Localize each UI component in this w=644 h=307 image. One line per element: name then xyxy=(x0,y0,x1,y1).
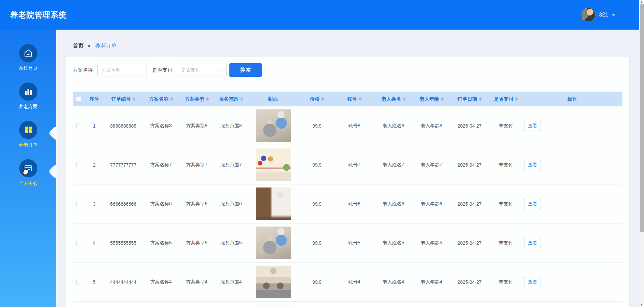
cell-service_scope: 服务范围5 xyxy=(214,240,248,246)
select-all-checkbox[interactable] xyxy=(76,97,81,101)
sort-carets-icon[interactable] xyxy=(170,97,173,101)
table-header-row: 序号订单编号方案名称方案类型服务范围封面价格账号老人姓名老人年龄订单日期是否支付… xyxy=(73,92,622,106)
chevron-down-icon[interactable] xyxy=(612,14,616,16)
sort-carets-icon[interactable] xyxy=(515,97,518,101)
view-button[interactable]: 查看 xyxy=(524,277,541,287)
cell-cover xyxy=(248,227,298,259)
sidebar-item-label: 养老方案 xyxy=(19,104,38,110)
cell-order_date: 2025-04-27 xyxy=(449,201,490,207)
column-header-8[interactable]: 账号 xyxy=(335,96,373,102)
scrollbar-thumb[interactable] xyxy=(640,4,644,232)
row-checkbox[interactable] xyxy=(76,202,81,206)
row-checkbox[interactable] xyxy=(76,163,81,167)
cell-elder_name: 老人姓名7 xyxy=(373,162,414,168)
cell-plan_type: 方案类型8 xyxy=(179,123,214,129)
table-row: 36666666666方案名称6方案类型6服务范围699.9账号6老人姓名6老人… xyxy=(73,184,622,224)
column-header-9[interactable]: 老人姓名 xyxy=(373,96,414,102)
cell-plan_name: 方案名称7 xyxy=(143,162,179,168)
row-checkbox[interactable] xyxy=(76,280,81,284)
cell-index: 1 xyxy=(85,123,104,129)
scrollbar[interactable]: ▲ ▼ xyxy=(639,0,644,307)
sidebar-item-label: 个人中心 xyxy=(19,180,38,186)
cell-pay_status: 未支付 xyxy=(490,123,522,129)
scroll-down-arrow[interactable]: ▼ xyxy=(639,303,644,307)
cell-index: 3 xyxy=(85,201,104,207)
cell-elder_age: 老人年龄5 xyxy=(414,240,449,246)
cell-action: 查看 xyxy=(522,160,622,170)
breadcrumb-home: 首页 xyxy=(73,42,84,49)
cell-order_no: 6666666666 xyxy=(104,201,143,207)
active-item-notch xyxy=(46,126,57,140)
row-checkbox[interactable] xyxy=(76,241,81,245)
sort-carets-icon[interactable] xyxy=(479,97,482,101)
cell-index: 5 xyxy=(85,279,104,285)
sort-carets-icon[interactable] xyxy=(240,97,243,101)
dining-room-photo xyxy=(256,266,291,298)
column-header-2[interactable]: 订单编号 xyxy=(104,96,143,102)
row-checkbox-cell xyxy=(73,241,85,245)
view-button[interactable]: 查看 xyxy=(524,160,541,170)
view-button[interactable]: 查看 xyxy=(524,238,541,248)
column-header-5[interactable]: 服务范围 xyxy=(214,96,248,102)
orders-table: 序号订单编号方案名称方案类型服务范围封面价格账号老人姓名老人年龄订单日期是否支付… xyxy=(73,92,622,307)
cell-price: 99.9 xyxy=(298,279,335,285)
cell-order_date: 2025-04-27 xyxy=(449,240,490,246)
cell-elder_name: 老人姓名6 xyxy=(373,201,414,207)
scroll-up-arrow[interactable]: ▲ xyxy=(639,0,644,4)
cell-order_date: 2025-04-27 xyxy=(449,123,490,129)
table-row: 54444444444方案名称4方案类型4服务范围499.9账号4老人姓名4老人… xyxy=(73,263,622,302)
cell-elder_age: 老人年龄7 xyxy=(414,162,449,168)
column-header-12[interactable]: 是否支付 xyxy=(490,96,522,102)
avatar[interactable] xyxy=(581,8,595,22)
column-header-label: 操作 xyxy=(568,96,577,102)
garden-photo xyxy=(256,305,291,307)
column-header-label: 方案名称 xyxy=(149,96,169,102)
row-checkbox[interactable] xyxy=(76,124,81,128)
column-header-11[interactable]: 订单日期 xyxy=(449,96,490,102)
column-header-label: 服务范围 xyxy=(219,96,239,102)
pay-status-select[interactable]: 是否支付 xyxy=(177,64,227,76)
sort-carets-icon[interactable] xyxy=(133,97,135,101)
sort-carets-icon[interactable] xyxy=(403,97,406,101)
sidebar-item-2[interactable]: 养老方案 xyxy=(0,77,56,115)
sort-carets-icon[interactable] xyxy=(441,97,444,101)
pay-status-select-placeholder: 是否支付 xyxy=(181,67,200,73)
sidebar-item-3[interactable]: 养老订单 xyxy=(0,115,56,154)
cell-cover xyxy=(248,302,298,307)
cell-service_scope: 服务范围4 xyxy=(214,279,248,285)
breadcrumb: 首页 养老订单 xyxy=(73,42,117,49)
column-header-4[interactable]: 方案类型 xyxy=(179,96,214,102)
cell-order_date: 2025-04-27 xyxy=(449,162,490,168)
cell-pay_status: 未支付 xyxy=(490,201,522,207)
column-header-1: 序号 xyxy=(85,96,104,102)
sort-carets-icon[interactable] xyxy=(359,97,361,101)
row-checkbox-cell xyxy=(73,280,85,284)
header-checkbox-cell xyxy=(73,97,85,101)
table-row: 45555555555方案名称5方案类型5服务范围599.9账号5老人姓名5老人… xyxy=(73,224,622,263)
search-form: 方案名称 是否支付 是否支付 搜索 xyxy=(73,63,262,77)
column-header-label: 序号 xyxy=(90,96,99,102)
view-button[interactable]: 查看 xyxy=(524,199,541,209)
column-header-7[interactable]: 价格 xyxy=(298,96,335,102)
user-menu[interactable]: 321 xyxy=(581,0,616,30)
content-area: 首页 养老订单 方案名称 是否支付 是否支付 搜索 序号订单编号方案名称方案类型… xyxy=(56,30,639,307)
column-header-label: 订单编号 xyxy=(111,96,131,102)
breadcrumb-current-link[interactable]: 养老订单 xyxy=(95,42,117,49)
cell-plan_type: 方案类型6 xyxy=(179,201,214,207)
sort-carets-icon[interactable] xyxy=(206,97,209,101)
plan-name-input[interactable] xyxy=(97,64,147,76)
column-header-3[interactable]: 方案名称 xyxy=(143,96,179,102)
sidebar-item-4[interactable]: 个人中心 xyxy=(0,154,56,192)
sidebar-item-1[interactable]: 系统首页 xyxy=(0,38,56,77)
cell-service_scope: 服务范围6 xyxy=(214,201,248,207)
cell-elder_age: 老人年龄4 xyxy=(414,279,449,285)
column-header-13: 操作 xyxy=(522,96,622,102)
sort-carets-icon[interactable] xyxy=(321,97,324,101)
sidebar-item-label: 系统首页 xyxy=(19,65,38,71)
search-button[interactable]: 搜索 xyxy=(229,63,262,77)
room-door-photo xyxy=(256,187,291,220)
column-header-10[interactable]: 老人年龄 xyxy=(414,96,449,102)
elderly-couple-photo xyxy=(256,227,291,259)
view-button[interactable]: 查看 xyxy=(524,121,541,131)
active-item-notch xyxy=(46,164,57,179)
